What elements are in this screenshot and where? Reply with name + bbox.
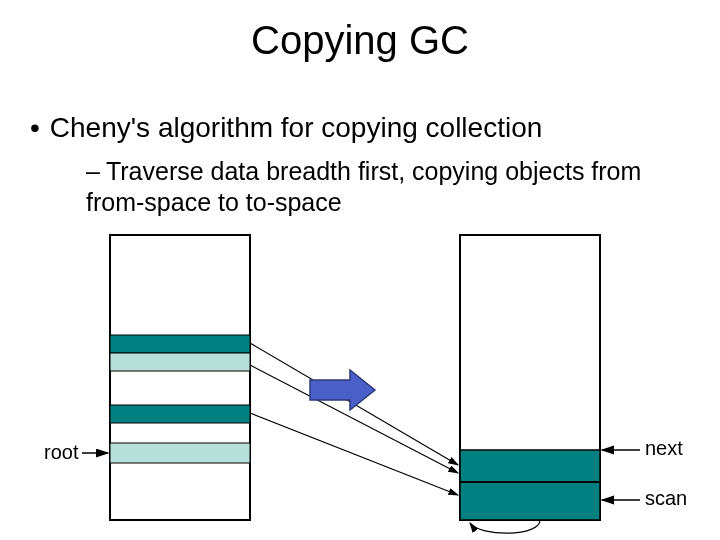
root-label: root [44,441,78,464]
svg-rect-4 [110,443,250,463]
subbullet-text: Traverse data breadth first, copying obj… [86,157,641,216]
svg-rect-2 [110,353,250,371]
svg-rect-7 [460,482,600,520]
svg-rect-0 [110,235,250,520]
subbullet: –Traverse data breadth first, copying ob… [86,156,690,219]
svg-rect-1 [110,335,250,353]
bullet-dot: • [30,112,40,143]
to-space [460,235,600,520]
bullet-main: •Cheny's algorithm for copying collectio… [30,112,700,144]
svg-rect-3 [110,405,250,423]
subbullet-dash: – [86,157,100,185]
slide-title: Copying GC [0,0,720,63]
svg-marker-9 [310,370,375,410]
big-arrow-icon [310,370,375,410]
diagram: root next scan [0,225,720,540]
from-space [110,235,250,520]
scan-loop-arrow [470,520,540,533]
next-label: next [645,437,683,460]
bullet-text: Cheny's algorithm for copying collection [50,112,542,143]
svg-rect-6 [460,450,600,482]
copy-arrow-3 [250,413,458,495]
scan-label: scan [645,487,687,510]
